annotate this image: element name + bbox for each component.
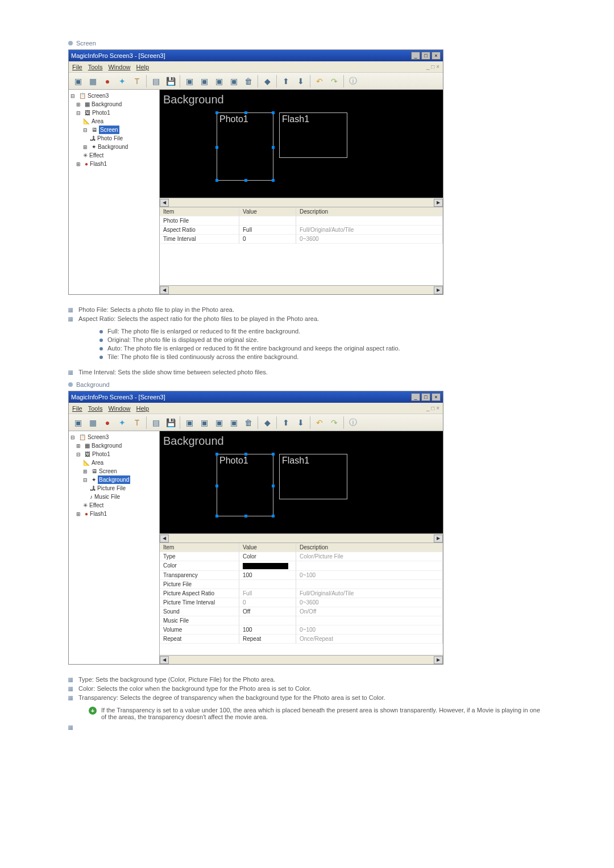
tool-save-icon[interactable]: 💾 <box>164 416 177 429</box>
table-row[interactable]: SoundOffOn/Off <box>160 607 443 616</box>
tree-node[interactable]: Photo1 <box>92 108 110 117</box>
menu-help[interactable]: Help <box>136 405 150 412</box>
menu-file[interactable]: File <box>72 405 82 412</box>
tool-undo-icon[interactable]: ↶ <box>313 74 326 88</box>
tree-node-selected[interactable]: Screen <box>99 126 119 134</box>
tool-icon-10[interactable]: ▣ <box>212 416 226 429</box>
maximize-icon[interactable]: □ <box>421 393 430 401</box>
scroll-right-icon[interactable]: ▶ <box>434 535 443 542</box>
tool-icon-6[interactable]: ▤ <box>149 74 163 88</box>
tree-node-selected[interactable]: Background <box>98 475 130 484</box>
tree-node[interactable]: Area <box>92 458 103 467</box>
table-row[interactable]: Picture Aspect RatioFullFull/Original/Au… <box>160 589 443 598</box>
table-row[interactable]: TypeColorColor/Picture File <box>160 552 443 561</box>
close-icon[interactable]: × <box>432 52 441 60</box>
canvas-tile-flash[interactable]: Flash1 <box>279 454 347 499</box>
table-row[interactable]: Aspect Ratio Full Full/Original/Auto/Til… <box>160 226 443 235</box>
tool-bring-front-icon[interactable]: ⬆ <box>279 416 293 429</box>
tool-icon-13[interactable]: ◆ <box>260 74 274 88</box>
table-row[interactable]: Music File <box>160 616 443 625</box>
mdi-controls[interactable]: _ □ × <box>426 64 439 70</box>
tool-icon-6[interactable]: ▤ <box>149 416 163 429</box>
color-chip[interactable] <box>243 563 288 569</box>
tree-node[interactable]: Background <box>92 441 122 450</box>
mdi-controls[interactable]: _ □ × <box>426 405 439 411</box>
canvas-hscroll[interactable]: ◀ ▶ <box>160 198 443 207</box>
canvas-tile-photo[interactable]: Photo1 <box>217 454 273 516</box>
scroll-left-icon[interactable]: ◀ <box>160 286 169 294</box>
tool-icon-8[interactable]: ▣ <box>182 74 196 88</box>
tree-node[interactable]: Background <box>92 100 122 108</box>
tool-bring-front-icon[interactable]: ⬆ <box>279 74 293 88</box>
tool-save-icon[interactable]: 💾 <box>164 74 177 88</box>
tool-info-icon[interactable]: ⓘ <box>346 416 360 429</box>
table-row[interactable]: RepeatRepeatOnce/Repeat <box>160 635 443 644</box>
menu-help[interactable]: Help <box>136 64 150 70</box>
tool-delete-icon[interactable]: 🗑 <box>242 74 255 88</box>
scroll-left-icon[interactable]: ◀ <box>160 199 169 207</box>
tool-send-back-icon[interactable]: ⬇ <box>294 74 308 88</box>
menu-tools[interactable]: Tools <box>88 405 103 412</box>
props-hscroll[interactable]: ◀ ▶ <box>160 655 443 664</box>
scroll-left-icon[interactable]: ◀ <box>160 535 169 542</box>
table-row[interactable]: Time Interval 0 0~3600 <box>160 235 443 244</box>
scroll-right-icon[interactable]: ▶ <box>434 656 443 664</box>
tree-panel[interactable]: ⊟📋Screen3 ⊞▦Background ⊟🖼Photo1 📐Area ⊟🖥… <box>69 90 160 294</box>
table-row[interactable]: Transparency1000~100 <box>160 571 443 580</box>
tree-node[interactable]: Effect <box>89 151 103 160</box>
tool-text-icon[interactable]: T <box>130 74 144 88</box>
tree-node[interactable]: Effect <box>89 501 103 510</box>
tool-icon-11[interactable]: ▣ <box>227 74 240 88</box>
tool-icon-4[interactable]: ✦ <box>115 74 129 88</box>
tree-node[interactable]: Background <box>98 143 128 151</box>
tool-icon-1[interactable]: ▣ <box>71 74 85 88</box>
tool-icon-8[interactable]: ▣ <box>182 416 196 429</box>
tree-node[interactable]: Area <box>92 117 103 126</box>
table-row[interactable]: Picture File <box>160 580 443 589</box>
maximize-icon[interactable]: □ <box>421 52 430 60</box>
minimize-icon[interactable]: _ <box>411 52 420 60</box>
canvas-area[interactable]: Background Photo1 Flash1 <box>160 90 443 198</box>
tool-send-back-icon[interactable]: ⬇ <box>294 416 308 429</box>
menu-window[interactable]: Window <box>108 405 130 412</box>
tool-icon-9[interactable]: ▣ <box>197 416 211 429</box>
table-row[interactable]: Volume1000~100 <box>160 625 443 635</box>
menu-tools[interactable]: Tools <box>88 64 103 70</box>
tool-icon-13[interactable]: ◆ <box>260 416 274 429</box>
table-row[interactable]: Photo File <box>160 216 443 226</box>
tool-icon-11[interactable]: ▣ <box>227 416 240 429</box>
tree-node[interactable]: Flash1 <box>90 510 107 518</box>
tool-icon-2[interactable]: ▦ <box>86 74 99 88</box>
tool-icon-1[interactable]: ▣ <box>71 416 85 429</box>
tree-node[interactable]: Screen3 <box>88 433 109 441</box>
tool-icon-3[interactable]: ● <box>101 74 114 88</box>
table-row[interactable]: Picture Time Interval00~3600 <box>160 598 443 607</box>
tree-node[interactable]: Photo1 <box>92 450 110 458</box>
tool-text-icon[interactable]: T <box>130 416 144 429</box>
tool-icon-2[interactable]: ▦ <box>86 416 99 429</box>
tree-node[interactable]: Screen <box>99 467 117 475</box>
tool-icon-3[interactable]: ● <box>101 416 114 429</box>
tool-icon-9[interactable]: ▣ <box>197 74 211 88</box>
tool-icon-4[interactable]: ✦ <box>115 416 129 429</box>
menu-file[interactable]: File <box>72 64 82 70</box>
table-row[interactable]: Color <box>160 561 443 571</box>
canvas-tile-flash[interactable]: Flash1 <box>279 112 347 158</box>
tree-node[interactable]: Music File <box>94 493 120 501</box>
tree-node[interactable]: Picture File <box>97 484 126 493</box>
menu-window[interactable]: Window <box>108 64 130 70</box>
close-icon[interactable]: × <box>432 393 441 401</box>
tree-node[interactable]: Flash1 <box>90 160 107 168</box>
tool-icon-10[interactable]: ▣ <box>212 74 226 88</box>
canvas-hscroll[interactable]: ◀ ▶ <box>160 533 443 542</box>
props-hscroll[interactable]: ◀ ▶ <box>160 285 443 294</box>
minimize-icon[interactable]: _ <box>411 393 420 401</box>
tool-info-icon[interactable]: ⓘ <box>346 74 360 88</box>
scroll-right-icon[interactable]: ▶ <box>434 199 443 207</box>
tree-node[interactable]: Photo File <box>97 134 123 143</box>
tree-node[interactable]: Screen3 <box>88 91 109 100</box>
scroll-right-icon[interactable]: ▶ <box>434 286 443 294</box>
tool-delete-icon[interactable]: 🗑 <box>242 416 255 429</box>
canvas-tile-photo[interactable]: Photo1 <box>217 112 273 181</box>
tool-redo-icon[interactable]: ↷ <box>327 74 341 88</box>
